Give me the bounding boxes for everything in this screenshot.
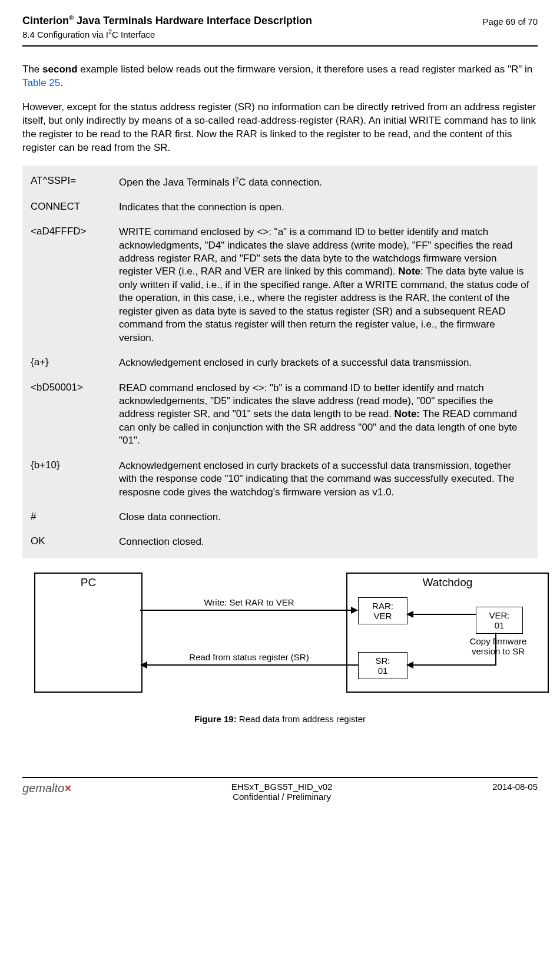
doc-date: 2014-08-05 (492, 782, 538, 792)
figure-19: PC Watchdog RAR: VER VER: 01 SR: 01 Writ… (22, 573, 538, 708)
arrow-read-head-icon (140, 661, 147, 669)
command-block: AT^SSPI= Open the Java Terminals I2C dat… (22, 166, 538, 558)
cmd-key: <aD4FFFD> (31, 226, 119, 237)
cmd-row-3: <aD4FFFD> WRITE command enclosed by <>: … (31, 226, 529, 345)
d2: C data connection. (238, 176, 322, 187)
header-left: Cinterion® Java Terminals Hardware Inter… (22, 14, 312, 39)
cmd-row-7: # Close data connection. (31, 511, 529, 524)
rar-l2: VER (359, 611, 407, 621)
arrow-copy-hline (413, 664, 496, 666)
footer-rule (22, 777, 538, 778)
logo-text: gemalto (22, 782, 64, 795)
cmd-key: AT^SSPI= (31, 175, 119, 187)
cmd-desc: Close data connection. (119, 511, 529, 524)
para-2: However, except for the status address r… (22, 101, 538, 155)
cmd-row-6: {b+10} Acknowledgement enclosed in curly… (31, 459, 529, 499)
sr-l2: 01 (359, 666, 407, 676)
doc-conf: Confidential / Preliminary (231, 792, 333, 802)
gemalto-logo: gemalto× (22, 782, 71, 795)
d1: Open the Java Terminals I (119, 176, 235, 187)
cmd-key: CONNECT (31, 201, 119, 213)
pc-box: PC (34, 573, 143, 693)
note: Note: (395, 408, 420, 419)
page-header: Cinterion® Java Terminals Hardware Inter… (22, 14, 538, 43)
cmd-row-5: <bD50001> READ command enclosed by <>: "… (31, 382, 529, 448)
arrow-ver-rar-line (413, 614, 476, 615)
header-title: Cinterion® Java Terminals Hardware Inter… (22, 14, 312, 27)
cmd-desc: WRITE command enclosed by <>: "a" is a c… (119, 226, 529, 345)
cmd-desc: Acknowledgement enclosed in curly bracke… (119, 459, 529, 499)
arrow-write-label: Write: Set RAR to VER (175, 597, 323, 607)
arrow-copy-head-icon (406, 661, 413, 669)
sr-register: SR: 01 (358, 652, 407, 679)
cmd-desc: Open the Java Terminals I2C data connect… (119, 175, 529, 189)
cmd-desc: Indicates that the connection is open. (119, 201, 529, 214)
section-a: 8.4 Configuration via I (22, 29, 108, 39)
rar-register: RAR: VER (358, 597, 407, 624)
logo-x-icon: × (64, 782, 71, 795)
title-rest: Java Terminals Hardware Interface Descri… (74, 15, 312, 27)
cmd-row-4: {a+} Acknowledgement enclosed in curly b… (31, 356, 529, 369)
figcap-text: Read data from address register (237, 714, 366, 724)
product-name: Cinterion (22, 15, 69, 27)
p1-a: The (22, 64, 42, 75)
ver-register: VER: 01 (476, 607, 523, 634)
header-rule (22, 45, 538, 47)
figcap-num: Figure 19: (194, 714, 237, 724)
cmd-key: {b+10} (31, 459, 119, 471)
p1-c: example listed below reads out the firmw… (78, 64, 533, 75)
cmd-key: <bD50001> (31, 382, 119, 393)
cmd-key: OK (31, 535, 119, 547)
para-1: The second example listed below reads ou… (22, 63, 538, 90)
arrow-read-line (147, 664, 358, 666)
arrow-ver-rar-head-icon (406, 611, 413, 618)
header-section: 8.4 Configuration via I2C Interface (22, 28, 312, 39)
d2: : The data byte value is only written if… (119, 266, 529, 343)
ver-l2: 01 (476, 620, 522, 630)
wd-label: Watchdog (347, 574, 548, 589)
arrow-read-label: Read from status register (SR) (164, 652, 334, 662)
rar-l1: RAR: (359, 601, 407, 611)
p1-d: . (60, 77, 63, 88)
cmd-row-1: AT^SSPI= Open the Java Terminals I2C dat… (31, 175, 529, 189)
section-b: C Interface (112, 29, 155, 39)
cmd-row-2: CONNECT Indicates that the connection is… (31, 201, 529, 214)
cmd-key: {a+} (31, 356, 119, 368)
cmd-row-8: OK Connection closed. (31, 535, 529, 548)
copy-label: Copy firmware version to SR (469, 636, 528, 657)
sr-l1: SR: (359, 656, 407, 666)
cmd-key: # (31, 511, 119, 522)
cmd-desc: Connection closed. (119, 535, 529, 548)
footer-center: EHSxT_BGS5T_HID_v02 Confidential / Preli… (231, 782, 333, 802)
arrow-write-line (140, 610, 351, 611)
page-number: Page 69 of 70 (483, 14, 538, 27)
table25-link[interactable]: Table 25 (22, 77, 60, 88)
doc-id: EHSxT_BGS5T_HID_v02 (231, 782, 333, 792)
reg-mark: ® (69, 14, 74, 21)
p1-b: second (42, 64, 78, 75)
cmd-desc: Acknowledgement enclosed in curly bracke… (119, 356, 529, 369)
page-footer: gemalto× EHSxT_BGS5T_HID_v02 Confidentia… (22, 782, 538, 802)
arrow-write-head-icon (351, 607, 358, 614)
cmd-desc: READ command enclosed by <>: "b" is a co… (119, 382, 529, 448)
figure-caption: Figure 19: Read data from address regist… (22, 714, 538, 724)
ver-l1: VER: (476, 610, 522, 620)
pc-label: PC (35, 574, 141, 589)
note: Note (398, 266, 420, 277)
